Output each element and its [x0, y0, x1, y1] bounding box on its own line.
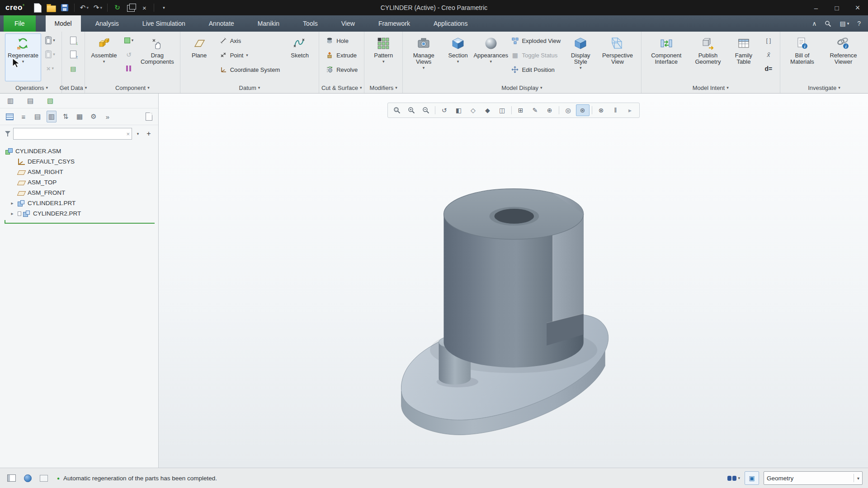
- tree-filter-input[interactable]: [13, 128, 132, 140]
- open-file-button[interactable]: [45, 2, 57, 14]
- tab-manikin[interactable]: Manikin: [249, 15, 288, 32]
- select-items-button[interactable]: ▣: [745, 471, 759, 485]
- redo-button[interactable]: ↷▾: [92, 2, 104, 14]
- annotation-display-button[interactable]: ✎: [528, 104, 542, 116]
- paste-special-button[interactable]: ▾: [42, 47, 58, 61]
- group-label-investigate[interactable]: Investigate▾: [780, 84, 868, 91]
- model-intent-brackets-button[interactable]: [ ]: [760, 33, 777, 47]
- tree-settings-button[interactable]: ⚙: [89, 111, 99, 122]
- tab-file[interactable]: File: [4, 15, 36, 32]
- group-label-model-display[interactable]: Model Display▾: [403, 84, 641, 91]
- drag-components-button[interactable]: Drag Components: [138, 33, 177, 81]
- tab-live-simulation[interactable]: Live Simulation: [133, 15, 194, 32]
- group-label-model-intent[interactable]: Model Intent▾: [642, 84, 780, 91]
- full-screen-button[interactable]: [38, 472, 50, 484]
- display-style-button[interactable]: Display Style ▾: [565, 33, 596, 81]
- hidden-line-button[interactable]: ◇: [467, 104, 480, 116]
- tab-view[interactable]: View: [332, 15, 364, 32]
- close-button[interactable]: ×: [847, 0, 868, 15]
- section-button[interactable]: Section ▾: [442, 33, 474, 81]
- close-window-button[interactable]: ×: [138, 2, 150, 14]
- new-file-button[interactable]: [32, 2, 43, 14]
- display-options-button[interactable]: ▤▾: [840, 20, 849, 27]
- view-normal-button[interactable]: ◎: [561, 104, 575, 116]
- tree-sort-button[interactable]: ⇅: [61, 111, 71, 122]
- assemble-button[interactable]: Assemble ▾: [88, 33, 120, 81]
- tree-item-cylinder1-prt[interactable]: ▸ CYLINDER1.PRT: [0, 198, 158, 208]
- tab-model[interactable]: Model: [46, 15, 81, 32]
- tree-item-cylinder2-prt[interactable]: ▸ CYLINDER2.PRT: [0, 208, 158, 219]
- coordinate-system-button[interactable]: Coordinate System: [216, 62, 283, 77]
- tree-item-asm-right[interactable]: ASM_RIGHT: [0, 167, 158, 177]
- find-button[interactable]: ▾: [727, 472, 740, 484]
- group-label-get-data[interactable]: Get Data▾: [62, 84, 85, 91]
- revolve-button[interactable]: Revolve: [322, 62, 361, 77]
- perspective-view-button[interactable]: Perspective View: [597, 33, 637, 81]
- pattern-button[interactable]: Pattern ▾: [368, 33, 399, 81]
- tab-annotate[interactable]: Annotate: [200, 15, 243, 32]
- help-button[interactable]: ?: [857, 20, 861, 27]
- sketch-button[interactable]: Sketch: [284, 33, 316, 81]
- regenerate-quick-button[interactable]: ↻: [111, 2, 123, 14]
- 3d-model-cylinder-assembly[interactable]: [159, 94, 868, 468]
- maximize-button[interactable]: □: [826, 0, 847, 15]
- tree-item-cylinder-asm[interactable]: CYLINDER.ASM: [0, 146, 158, 156]
- exploded-view-button[interactable]: Exploded View: [508, 33, 564, 48]
- refit-button[interactable]: ↺: [438, 104, 451, 116]
- favorites-tab-button[interactable]: ▧: [45, 95, 55, 107]
- hole-button[interactable]: Hole: [322, 33, 361, 48]
- folder-browser-tab-button[interactable]: ▤: [25, 95, 35, 107]
- save-button[interactable]: [59, 2, 71, 14]
- tree-columns-button[interactable]: ▥: [47, 111, 57, 122]
- tree-overflow-button[interactable]: »: [103, 111, 113, 122]
- toggle-status-button[interactable]: ▦ Toggle Status: [508, 48, 564, 62]
- create-component-button[interactable]: ▾: [121, 33, 137, 47]
- tab-applications[interactable]: Applications: [425, 15, 477, 32]
- dragger-button[interactable]: ⊗: [594, 104, 608, 116]
- zoom-in-button[interactable]: [405, 104, 418, 116]
- get-data-share-button[interactable]: ↑: [65, 47, 81, 61]
- tab-tools[interactable]: Tools: [294, 15, 327, 32]
- model-tree-tab-button[interactable]: ▥: [5, 95, 15, 107]
- add-filter-button[interactable]: +: [144, 128, 154, 139]
- group-label-component[interactable]: Component▾: [85, 84, 180, 91]
- component-interface-button[interactable]: Component Interface: [645, 33, 689, 81]
- insertion-locator[interactable]: [5, 223, 155, 224]
- component-pattern-button[interactable]: [121, 61, 137, 75]
- paste-button[interactable]: ▾: [42, 33, 58, 47]
- pause-button[interactable]: ‖: [609, 104, 623, 116]
- publish-geometry-button[interactable]: Publish Geometry: [689, 33, 727, 81]
- component-refresh-button[interactable]: ↺: [121, 47, 137, 61]
- model-intent-parameters-button[interactable]: x̄: [760, 47, 777, 61]
- import-button[interactable]: ↓: [65, 33, 81, 47]
- expand-arrow-icon[interactable]: ▸: [9, 201, 15, 206]
- tree-filter-button[interactable]: ▦: [75, 111, 85, 122]
- display-style-toggle-button[interactable]: ◧: [452, 104, 466, 116]
- toggle-navigator-button[interactable]: [5, 472, 17, 484]
- group-label-modifiers[interactable]: Modifiers▾: [364, 84, 402, 91]
- family-table-button[interactable]: Family Table: [728, 33, 760, 81]
- minimize-button[interactable]: –: [806, 0, 826, 15]
- point-button[interactable]: Point ▾: [216, 48, 283, 62]
- group-label-datum[interactable]: Datum▾: [180, 84, 319, 91]
- datum-display-button[interactable]: ⊞: [514, 104, 528, 116]
- search-button[interactable]: [825, 20, 831, 27]
- undo-button[interactable]: ↶▾: [78, 2, 90, 14]
- zoom-out-button[interactable]: [419, 104, 433, 116]
- browser-button[interactable]: [22, 472, 33, 484]
- graphics-area[interactable]: ↺ ◧ ◇ ◆ ◫ ⊞ ✎ ⊕ ◎ ⊛ ⊗ ‖ ▸: [159, 94, 868, 468]
- selection-filter-button[interactable]: ⊛: [576, 104, 590, 116]
- expand-all-button[interactable]: ≡: [19, 111, 28, 122]
- tab-analysis[interactable]: Analysis: [86, 15, 128, 32]
- tree-detach-button[interactable]: [144, 111, 154, 122]
- tab-framework[interactable]: Framework: [369, 15, 419, 32]
- regenerate-button[interactable]: Regenerate ▾: [5, 33, 41, 81]
- plane-button[interactable]: Plane: [184, 33, 215, 81]
- collapse-all-button[interactable]: ▤: [33, 111, 42, 122]
- axis-button[interactable]: Axis: [216, 33, 283, 48]
- wireframe-button[interactable]: ◫: [495, 104, 509, 116]
- manage-views-button[interactable]: Manage Views ▾: [406, 33, 441, 81]
- group-label-operations[interactable]: Operations▾: [2, 84, 61, 91]
- model-intent-relations-button[interactable]: d=: [760, 61, 777, 75]
- spin-center-button[interactable]: ⊕: [543, 104, 557, 116]
